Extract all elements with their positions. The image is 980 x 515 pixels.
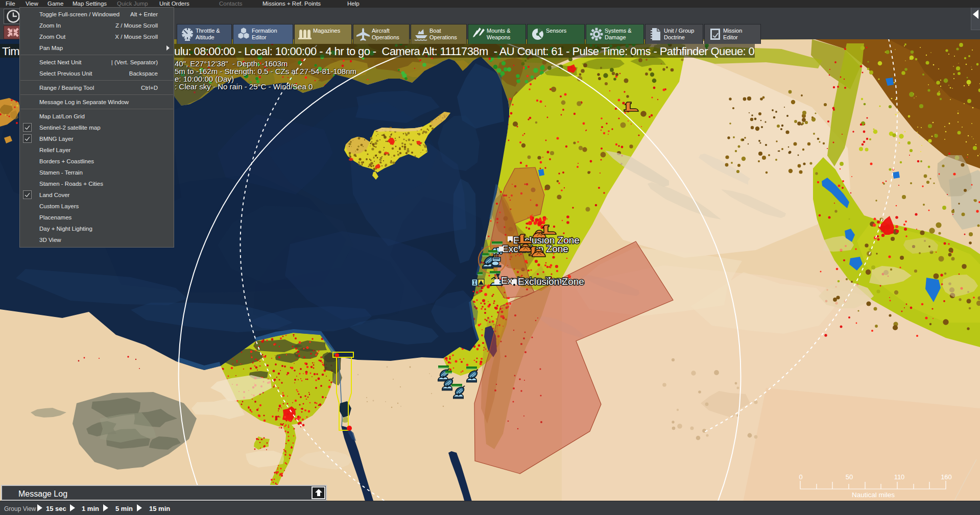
svg-text:Nautical miles: Nautical miles: [852, 491, 895, 499]
svg-text:0: 0: [799, 473, 802, 481]
svg-text:50: 50: [846, 473, 853, 481]
svg-text:110: 110: [894, 473, 905, 481]
svg-text:160: 160: [941, 473, 952, 481]
svg-text:Exclusion Zone: Exclusion Zone: [518, 276, 584, 287]
